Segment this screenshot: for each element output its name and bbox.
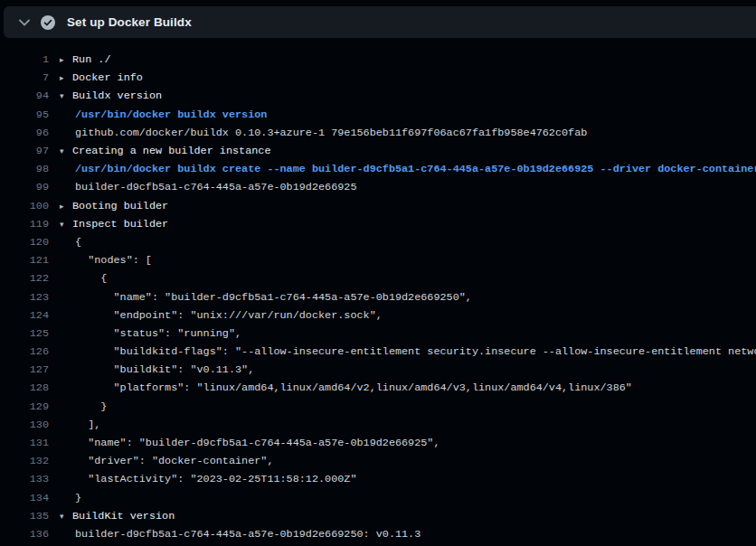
log-group-collapsed[interactable]: 1 ▸Run ./ bbox=[0, 51, 756, 69]
line-number[interactable]: 100 bbox=[0, 200, 49, 212]
line-number[interactable]: 130 bbox=[0, 419, 49, 431]
step-header[interactable]: Set up Docker Buildx bbox=[4, 6, 756, 38]
line-number[interactable]: 98 bbox=[0, 163, 49, 175]
log-group-collapsed[interactable]: 100 ▸Booting builder bbox=[0, 197, 756, 215]
line-number[interactable]: 133 bbox=[0, 473, 49, 485]
line-number[interactable]: 1 bbox=[0, 53, 49, 66]
line-number[interactable]: 95 bbox=[0, 108, 49, 121]
log-row-output: 128 "platforms": "linux/amd64,linux/amd6… bbox=[0, 379, 756, 397]
log-row-output: 132 "driver": "docker-container", bbox=[0, 452, 756, 470]
triangle-right-icon: ▸ bbox=[60, 73, 72, 82]
log-group-title: Docker info bbox=[72, 71, 143, 84]
log-command-text: /usr/bin/docker buildx version bbox=[60, 108, 267, 121]
log-row-output: 99 builder-d9cfb5a1-c764-445a-a57e-0b19d… bbox=[0, 178, 756, 196]
log-row-output: 121 "nodes": [ bbox=[0, 251, 756, 269]
line-number[interactable]: 94 bbox=[0, 89, 49, 102]
log-output-text: "endpoint": "unix:///var/run/docker.sock… bbox=[60, 309, 383, 322]
line-number[interactable]: 126 bbox=[0, 345, 49, 358]
log-row-output: 126 "buildkitd-flags": "--allow-insecure… bbox=[0, 343, 756, 361]
log-output-text: { bbox=[60, 236, 81, 249]
log-group-title: Run ./ bbox=[72, 53, 110, 66]
log-group-expanded[interactable]: 97 ▾Creating a new builder instance bbox=[0, 142, 756, 160]
log-output-text: "status": "running", bbox=[60, 327, 241, 340]
line-number[interactable]: 122 bbox=[0, 272, 49, 285]
log-group-expanded[interactable]: 94 ▾Buildx version bbox=[0, 87, 756, 105]
line-number[interactable]: 97 bbox=[0, 145, 49, 157]
step-title: Set up Docker Buildx bbox=[67, 15, 192, 29]
triangle-right-icon: ▸ bbox=[60, 202, 72, 211]
log-row-output: 124 "endpoint": "unix:///var/run/docker.… bbox=[0, 306, 756, 325]
line-number[interactable]: 129 bbox=[0, 400, 49, 413]
log-group-title: Buildx version bbox=[72, 89, 162, 102]
log-row-output: 131 "name": "builder-d9cfb5a1-c764-445a-… bbox=[0, 434, 756, 452]
line-number[interactable]: 7 bbox=[0, 71, 49, 84]
log-row-command: 95 /usr/bin/docker buildx version bbox=[0, 106, 756, 124]
log-row-output: 127 "buildkit": "v0.11.3", bbox=[0, 361, 756, 379]
log-row-command: 98 /usr/bin/docker buildx create --name … bbox=[0, 160, 756, 178]
log-group-collapsed[interactable]: 7 ▸Docker info bbox=[0, 69, 756, 87]
log-output-text: } bbox=[60, 492, 81, 504]
line-number[interactable]: 121 bbox=[0, 254, 49, 267]
log-output-text: "buildkitd-flags": "--allow-insecure-ent… bbox=[60, 345, 756, 358]
log-output-text: builder-d9cfb5a1-c764-445a-a57e-0b19d2e6… bbox=[60, 181, 357, 193]
log-group-title: Inspect builder bbox=[72, 218, 168, 231]
log-row-output: 123 "name": "builder-d9cfb5a1-c764-445a-… bbox=[0, 287, 756, 306]
line-number[interactable]: 119 bbox=[0, 218, 49, 231]
log-output-text: builder-d9cfb5a1-c764-445a-a57e-0b19d2e6… bbox=[60, 528, 421, 541]
line-number[interactable]: 131 bbox=[0, 437, 49, 449]
line-number[interactable]: 124 bbox=[0, 309, 49, 322]
log-row-output: 129 } bbox=[0, 398, 756, 416]
line-number[interactable]: 136 bbox=[0, 528, 49, 541]
log-output-text: "driver": "docker-container", bbox=[60, 455, 273, 467]
log-row-output: 130 ], bbox=[0, 416, 756, 434]
triangle-down-icon: ▾ bbox=[60, 512, 72, 521]
line-number[interactable]: 96 bbox=[0, 127, 49, 139]
line-number[interactable]: 120 bbox=[0, 236, 49, 249]
log-row-output: 133 "lastActivity": "2023-02-25T11:58:12… bbox=[0, 470, 756, 488]
line-number[interactable]: 128 bbox=[0, 381, 49, 394]
log-row-output: 134 } bbox=[0, 489, 756, 507]
log-row-output: 136 builder-d9cfb5a1-c764-445a-a57e-0b19… bbox=[0, 525, 756, 543]
line-number[interactable]: 99 bbox=[0, 181, 49, 193]
line-number[interactable]: 123 bbox=[0, 291, 49, 304]
line-number[interactable]: 135 bbox=[0, 510, 49, 522]
log-output-text: "name": "builder-d9cfb5a1-c764-445a-a57e… bbox=[60, 437, 440, 449]
chevron-down-icon[interactable] bbox=[19, 19, 30, 26]
triangle-down-icon: ▾ bbox=[60, 220, 72, 229]
log-output-text: ], bbox=[60, 419, 100, 431]
log-group-expanded[interactable]: 135 ▾BuildKit version bbox=[0, 507, 756, 525]
log-group-title: Creating a new builder instance bbox=[72, 145, 270, 157]
line-number[interactable]: 127 bbox=[0, 363, 49, 376]
log-output-text: "name": "builder-d9cfb5a1-c764-445a-a57e… bbox=[60, 291, 472, 304]
log-row-output: 120 { bbox=[0, 233, 756, 251]
triangle-down-icon: ▾ bbox=[60, 146, 72, 155]
log-output-text: "buildkit": "v0.11.3", bbox=[60, 363, 254, 376]
triangle-down-icon: ▾ bbox=[60, 91, 72, 100]
log-output-text: github.com/docker/buildx 0.10.3+azure-1 … bbox=[60, 127, 587, 139]
log-group-title: Booting builder bbox=[72, 200, 168, 212]
log-row-output: 122 { bbox=[0, 269, 756, 287]
log-lines: 1 ▸Run ./ 7 ▸Docker info 94 ▾Buildx vers… bbox=[0, 51, 756, 546]
log-group-expanded[interactable]: 119 ▾Inspect builder bbox=[0, 215, 756, 233]
log-row-output: 125 "status": "running", bbox=[0, 325, 756, 343]
log-row-output: 96 github.com/docker/buildx 0.10.3+azure… bbox=[0, 124, 756, 142]
line-number[interactable]: 132 bbox=[0, 455, 49, 467]
check-circle-icon bbox=[41, 15, 55, 30]
log-output-text: { bbox=[60, 272, 107, 285]
log-output-text: "lastActivity": "2023-02-25T11:58:12.000… bbox=[60, 473, 357, 485]
line-number[interactable]: 125 bbox=[0, 327, 49, 340]
log-group-title: BuildKit version bbox=[72, 510, 175, 522]
log-command-text: /usr/bin/docker buildx create --name bui… bbox=[60, 163, 756, 175]
line-number[interactable]: 134 bbox=[0, 492, 49, 504]
log-output-text: } bbox=[60, 400, 107, 413]
triangle-right-icon: ▸ bbox=[60, 55, 72, 64]
log-output-text: "nodes": [ bbox=[60, 254, 152, 267]
log-output-text: "platforms": "linux/amd64,linux/amd64/v2… bbox=[60, 381, 632, 394]
